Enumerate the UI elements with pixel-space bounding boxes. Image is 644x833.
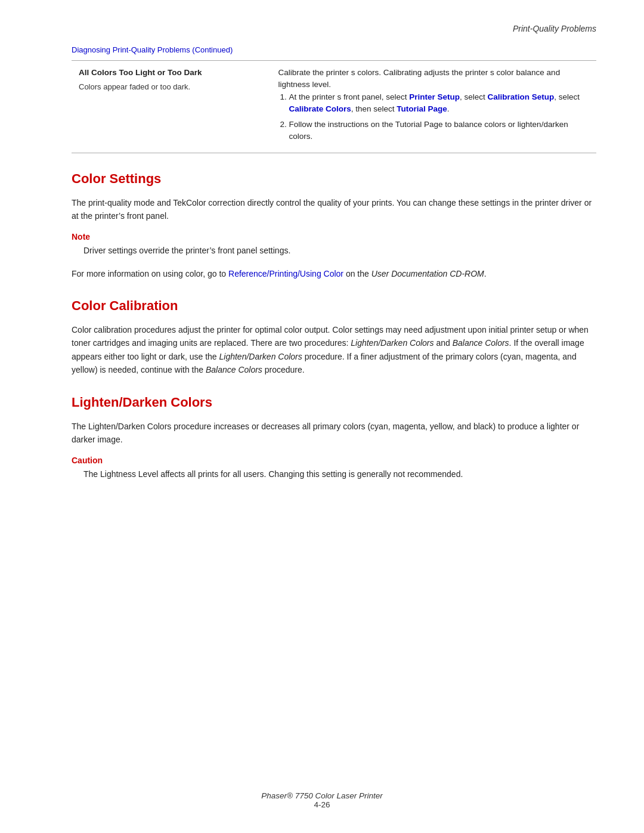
problem-table: All Colors Too Light or Too Dark Colors … <box>72 60 596 153</box>
caution-label: Caution <box>72 456 596 465</box>
lighten-darken-italic-2: Lighten/Darken Colors <box>219 352 302 361</box>
note-label: Note <box>72 232 596 241</box>
footer-page: 4-26 <box>0 800 644 809</box>
step1-text-end: . <box>447 104 450 113</box>
table-cell-solution: Calibrate the printer s colors. Calibrat… <box>271 61 596 153</box>
solution-intro: Calibrate the printer s colors. Calibrat… <box>278 68 560 89</box>
step1-link-tutorial-page[interactable]: Tutorial Page <box>397 104 447 113</box>
lighten-darken-para: The Lighten/Darken Colors procedure incr… <box>72 420 596 447</box>
page-header-title: Print-Quality Problems <box>513 24 596 33</box>
caution-block: Caution The Lightness Level affects all … <box>72 456 596 481</box>
balance-colors-italic-2: Balance Colors <box>206 365 262 374</box>
step1-text-before: At the printer s front panel, select <box>289 92 409 101</box>
step1-link-printer-setup[interactable]: Printer Setup <box>409 92 460 101</box>
para2-italic: User Documentation CD-ROM <box>371 269 484 278</box>
reference-link[interactable]: Reference/Printing/Using Color <box>228 269 343 278</box>
page-header: Print-Quality Problems <box>72 24 596 33</box>
step2-text: Follow the instructions on the Tutorial … <box>289 120 568 141</box>
problem-subtitle: Colors appear faded or too dark. <box>79 82 190 91</box>
step1-link-calibration-setup[interactable]: Calibration Setup <box>488 92 555 101</box>
table-cell-problem: All Colors Too Light or Too Dark Colors … <box>72 61 271 153</box>
lighten-darken-italic: Lighten/Darken Colors <box>351 338 434 348</box>
problem-title: All Colors Too Light or Too Dark <box>79 67 264 79</box>
para2-before: For more information on using color, go … <box>72 269 228 278</box>
balance-colors-italic: Balance Colors <box>453 338 509 348</box>
color-calibration-heading: Color Calibration <box>72 298 596 314</box>
color-settings-heading: Color Settings <box>72 171 596 187</box>
color-settings-section: Color Settings The print-quality mode an… <box>72 171 596 281</box>
step1-text-mid3: , then select <box>351 104 397 113</box>
page-wrapper: Print-Quality Problems Diagnosing Print-… <box>0 0 644 833</box>
color-settings-para2: For more information on using color, go … <box>72 267 596 280</box>
step1-text-mid2: , select <box>554 92 580 101</box>
note-block: Note Driver settings override the printe… <box>72 232 596 257</box>
para2-after: on the <box>343 269 371 278</box>
para2-end: . <box>484 269 487 278</box>
table-row: All Colors Too Light or Too Dark Colors … <box>72 61 596 153</box>
caution-content: The Lightness Level affects all prints f… <box>72 467 596 481</box>
footer-title: Phaser® 7750 Color Laser Printer <box>0 791 644 800</box>
continued-label: Diagnosing Print-Quality Problems (Conti… <box>72 45 596 54</box>
solution-steps: At the printer s front panel, select Pri… <box>278 91 589 143</box>
color-settings-para1: The print-quality mode and TekColor corr… <box>72 196 596 223</box>
page-footer: Phaser® 7750 Color Laser Printer 4-26 <box>0 791 644 809</box>
color-calibration-section: Color Calibration Color calibration proc… <box>72 298 596 377</box>
step-2: Follow the instructions on the Tutorial … <box>289 119 589 143</box>
color-calibration-para: Color calibration procedures adjust the … <box>72 323 596 377</box>
note-content: Driver settings override the printer’s f… <box>72 244 596 257</box>
lighten-darken-section: Lighten/Darken Colors The Lighten/Darken… <box>72 395 596 481</box>
lighten-darken-heading: Lighten/Darken Colors <box>72 395 596 410</box>
step1-text-mid1: , select <box>460 92 488 101</box>
step-1: At the printer s front panel, select Pri… <box>289 91 589 116</box>
step1-link-calibrate-colors[interactable]: Calibrate Colors <box>289 104 351 113</box>
